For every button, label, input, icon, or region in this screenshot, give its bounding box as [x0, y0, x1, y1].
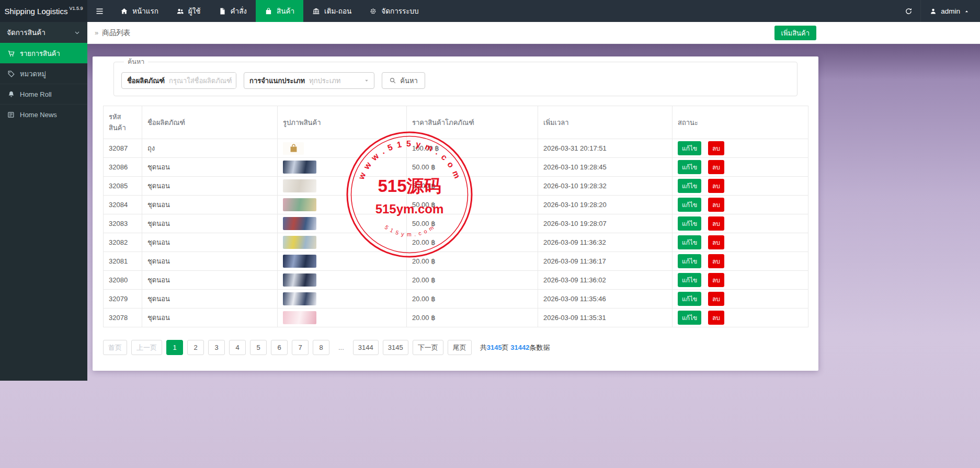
pagination-summary: 共3145页 31442条数据	[480, 343, 550, 352]
category-field-group[interactable]: การจำแนกประเภท ทุกประเภท	[244, 72, 374, 89]
edit-button[interactable]: แก้ไข	[678, 235, 701, 249]
pagination-button[interactable]: 2	[187, 340, 204, 355]
sidebar-item-label: Home News	[20, 111, 57, 119]
delete-button[interactable]: ลบ	[708, 179, 724, 193]
delete-button[interactable]: ลบ	[708, 160, 724, 174]
pagination-button[interactable]: 下一页	[413, 340, 443, 355]
pagination-button[interactable]: 1	[166, 340, 183, 355]
product-price-cell: 20.00 ฿	[407, 252, 538, 271]
news-icon	[7, 111, 15, 119]
product-thumbnail[interactable]	[283, 198, 316, 211]
product-thumbnail[interactable]	[283, 179, 316, 192]
topbar-nav-item[interactable]: จัดการระบบ	[360, 0, 427, 22]
pagination-button[interactable]: 4	[229, 340, 246, 355]
edit-button[interactable]: แก้ไข	[678, 179, 701, 193]
edit-button[interactable]: แก้ไข	[678, 292, 701, 306]
edit-button[interactable]: แก้ไข	[678, 311, 701, 325]
cart-icon	[7, 50, 15, 58]
product-status-cell: แก้ไข ลบ	[673, 158, 808, 177]
sidebar-item[interactable]: Home Roll	[0, 84, 87, 104]
product-name-cell: ชุดนอน	[142, 158, 278, 177]
topbar-nav: หน้าแรก ผู้ใช้ คำสั่ง สินค้า เติม-ถอน จั…	[111, 0, 428, 22]
person-icon	[929, 7, 937, 15]
pagination-button[interactable]: 6	[271, 340, 288, 355]
category-label: การจำแนกประเภท	[244, 75, 309, 86]
product-thumbnail[interactable]	[283, 217, 316, 230]
gears-icon	[369, 7, 377, 15]
topbar-nav-item[interactable]: สินค้า	[256, 0, 303, 22]
product-time-cell: 2026-03-09 11:36:02	[538, 271, 673, 290]
product-image-cell	[278, 233, 407, 252]
pagination-button[interactable]: 5	[250, 340, 267, 355]
product-status-cell: แก้ไข ลบ	[673, 233, 808, 252]
product-id-cell: 32085	[104, 177, 142, 196]
product-time-cell: 2026-03-10 19:28:20	[538, 196, 673, 214]
category-select[interactable]: ทุกประเภท	[309, 75, 363, 86]
product-name-cell: ชุดนอน	[142, 309, 278, 327]
delete-button[interactable]: ลบ	[708, 311, 724, 325]
product-name-input[interactable]	[169, 73, 236, 88]
product-thumbnail[interactable]	[283, 142, 304, 155]
pagination-button[interactable]: 7	[292, 340, 309, 355]
pagination-button[interactable]: 3144	[353, 340, 379, 355]
pagination-button[interactable]: 8	[313, 340, 329, 355]
refresh-button[interactable]	[896, 0, 920, 22]
sidebar-section-products[interactable]: จัดการสินค้า	[0, 22, 87, 43]
breadcrumb: 商品列表	[102, 28, 130, 38]
product-time-cell: 2026-03-10 19:28:32	[538, 177, 673, 196]
product-thumbnail[interactable]	[283, 161, 316, 174]
nav-item-label: ผู้ใช้	[188, 5, 201, 17]
sidebar-item[interactable]: Home News	[0, 104, 87, 124]
users-icon	[176, 7, 184, 15]
table-row: 32082 ชุดนอน 20.00 ฿ 2026-03-09 11:36:32…	[104, 233, 808, 252]
add-product-button[interactable]: เพิ่มสินค้า	[774, 26, 816, 40]
delete-button[interactable]: ลบ	[708, 235, 724, 249]
sidebar-item[interactable]: หมวดหมู่	[0, 63, 87, 84]
product-price-cell: 50.00 ฿	[407, 196, 538, 214]
topbar-nav-item[interactable]: เติม-ถอน	[303, 0, 360, 22]
column-header-price: ราคาสินค้าโภคภัณฑ์	[407, 106, 538, 139]
delete-button[interactable]: ลบ	[708, 141, 724, 155]
delete-button[interactable]: ลบ	[708, 273, 724, 287]
edit-button[interactable]: แก้ไข	[678, 273, 701, 287]
product-id-cell: 32081	[104, 252, 142, 271]
product-thumbnail[interactable]	[283, 311, 316, 324]
refresh-icon	[905, 7, 913, 15]
edit-button[interactable]: แก้ไข	[678, 198, 701, 212]
delete-button[interactable]: ลบ	[708, 216, 724, 231]
user-menu[interactable]: admin	[920, 0, 980, 22]
pagination-button[interactable]: 尾页	[448, 340, 472, 355]
topbar-nav-item[interactable]: ผู้ใช้	[167, 0, 210, 22]
product-thumbnail[interactable]	[283, 273, 316, 287]
edit-button[interactable]: แก้ไข	[678, 141, 701, 155]
table-row: 32081 ชุดนอน 20.00 ฿ 2026-03-09 11:36:17…	[104, 252, 808, 271]
nav-item-label: สินค้า	[277, 5, 294, 17]
search-icon	[389, 77, 396, 84]
edit-button[interactable]: แก้ไข	[678, 254, 701, 268]
product-thumbnail[interactable]	[283, 255, 316, 268]
delete-button[interactable]: ลบ	[708, 292, 724, 306]
sidebar-item[interactable]: รายการสินค้า	[0, 43, 87, 63]
username: admin	[941, 7, 960, 15]
topbar-nav-item[interactable]: หน้าแรก	[111, 0, 167, 22]
search-button[interactable]: ค้นหา	[382, 72, 425, 89]
delete-button[interactable]: ลบ	[708, 198, 724, 212]
pagination-button[interactable]: 3145	[383, 340, 408, 355]
topbar-right: admin	[896, 0, 980, 22]
edit-button[interactable]: แก้ไข	[678, 160, 701, 174]
topbar-nav-item[interactable]: คำสั่ง	[210, 0, 256, 22]
pagination-button[interactable]: 3	[208, 340, 225, 355]
bank-icon	[312, 7, 320, 15]
search-button-label: ค้นหา	[400, 75, 417, 86]
search-panel-title: ค้นหา	[124, 56, 148, 67]
edit-button[interactable]: แก้ไข	[678, 216, 701, 231]
table-row: 32087 ถุง 100.00 ฿ 2026-03-31 20:17:51 แ…	[104, 139, 808, 158]
app-brand[interactable]: Shipping Logistics V1.5.9	[0, 0, 87, 22]
product-name-cell: ชุดนอน	[142, 271, 278, 290]
delete-button[interactable]: ลบ	[708, 254, 724, 268]
sidebar-toggle-button[interactable]	[87, 0, 111, 22]
summary-prefix: 共	[480, 344, 487, 351]
product-thumbnail[interactable]	[283, 236, 316, 249]
product-thumbnail[interactable]	[283, 292, 316, 305]
product-time-cell: 2026-03-31 20:17:51	[538, 139, 673, 158]
